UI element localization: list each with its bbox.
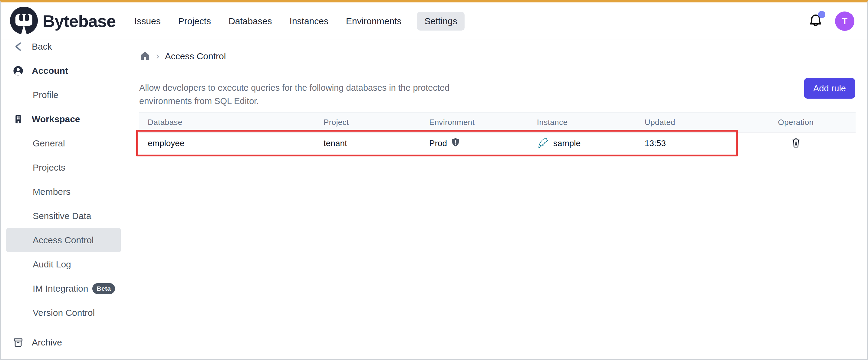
main-content: › Access Control Allow developers to exe… — [125, 40, 867, 359]
sidebar-item-members[interactable]: Members — [1, 180, 125, 204]
sidebar-item-projects[interactable]: Projects — [1, 156, 125, 180]
sidebar-item-version-control[interactable]: Version Control — [1, 301, 125, 325]
breadcrumb-current: Access Control — [165, 51, 226, 61]
page-description: Allow developers to execute queries for … — [139, 78, 493, 108]
notification-bell-icon[interactable] — [808, 13, 823, 29]
add-rule-button[interactable]: Add rule — [804, 78, 855, 99]
access-control-label: Access Control — [33, 235, 94, 246]
workspace-section-label: Workspace — [32, 114, 80, 124]
projects-label: Projects — [33, 162, 65, 173]
nav-item-environments[interactable]: Environments — [344, 12, 403, 31]
im-integration-label: IM Integration — [33, 284, 88, 294]
col-header-environment: Environment — [429, 112, 537, 132]
sidebar-item-archive[interactable]: Archive — [1, 330, 125, 355]
brand-name: Bytebase — [43, 11, 116, 31]
table-row[interactable]: employee tenant Prod — [139, 132, 856, 154]
nav-item-instances[interactable]: Instances — [288, 12, 330, 31]
sidebar-section-workspace: Workspace — [1, 107, 125, 131]
building-icon — [13, 114, 23, 124]
topbar-right-controls: T — [808, 11, 855, 31]
account-section-label: Account — [32, 66, 68, 76]
col-header-operation: Operation — [736, 112, 856, 132]
sidebar-item-sensitive-data[interactable]: Sensitive Data — [1, 204, 125, 228]
protected-shield-icon — [451, 137, 460, 150]
sidebar-section-account: Account — [1, 59, 125, 83]
access-rules-table-wrap: Database Project Environment Instance Up… — [139, 112, 855, 154]
primary-nav: Issues Projects Databases Instances Envi… — [132, 12, 465, 31]
beta-badge: Beta — [92, 283, 115, 294]
cell-database: employee — [139, 132, 323, 154]
cell-updated: 13:53 — [645, 132, 736, 154]
sidebar-item-profile[interactable]: Profile — [1, 83, 125, 107]
version-control-label: Version Control — [33, 308, 95, 318]
col-header-updated: Updated — [645, 112, 736, 132]
nav-item-settings[interactable]: Settings — [417, 12, 464, 31]
home-icon[interactable] — [139, 50, 151, 63]
bytebase-logo[interactable]: Bytebase — [9, 6, 116, 36]
instance-name: sample — [553, 138, 581, 148]
sidebar-item-im-integration[interactable]: IM Integration Beta — [1, 276, 125, 301]
cell-operation — [736, 132, 856, 154]
breadcrumb-chevron-icon: › — [156, 51, 159, 61]
col-header-database: Database — [139, 112, 323, 132]
notification-dot — [818, 11, 825, 18]
table-header-row: Database Project Environment Instance Up… — [139, 112, 856, 132]
general-label: General — [33, 138, 65, 149]
breadcrumb: › Access Control — [139, 50, 855, 62]
back-label: Back — [32, 41, 52, 52]
settings-sidebar: Back Account Profile — [1, 40, 125, 359]
delete-rule-button[interactable] — [790, 136, 802, 150]
members-label: Members — [33, 187, 70, 197]
audit-log-label: Audit Log — [33, 259, 71, 269]
nav-item-projects[interactable]: Projects — [177, 12, 213, 31]
top-navigation-bar: Bytebase Issues Projects Databases Insta… — [1, 2, 867, 40]
cell-instance: sample — [537, 132, 645, 154]
user-avatar[interactable]: T — [835, 11, 855, 31]
environment-name: Prod — [429, 138, 447, 148]
nav-item-databases[interactable]: Databases — [227, 12, 274, 31]
sidebar-item-audit-log[interactable]: Audit Log — [1, 252, 125, 276]
cell-project: tenant — [323, 132, 429, 154]
col-header-project: Project — [323, 112, 429, 132]
user-circle-icon — [13, 66, 23, 76]
profile-label: Profile — [33, 90, 58, 100]
archive-label: Archive — [32, 337, 62, 348]
access-rules-table: Database Project Environment Instance Up… — [139, 112, 856, 154]
back-button[interactable]: Back — [1, 40, 125, 59]
archive-icon — [13, 337, 23, 348]
col-header-instance: Instance — [537, 112, 645, 132]
nav-item-issues[interactable]: Issues — [132, 12, 162, 31]
sidebar-item-access-control[interactable]: Access Control — [6, 228, 121, 252]
cell-environment: Prod — [429, 132, 537, 154]
sensitive-data-label: Sensitive Data — [33, 211, 91, 221]
app-window: Bytebase Issues Projects Databases Insta… — [0, 0, 868, 360]
mysql-dolphin-icon — [537, 135, 550, 151]
sidebar-item-general[interactable]: General — [1, 131, 125, 156]
chevron-left-icon — [13, 42, 23, 51]
bytebase-logo-icon — [9, 6, 38, 36]
